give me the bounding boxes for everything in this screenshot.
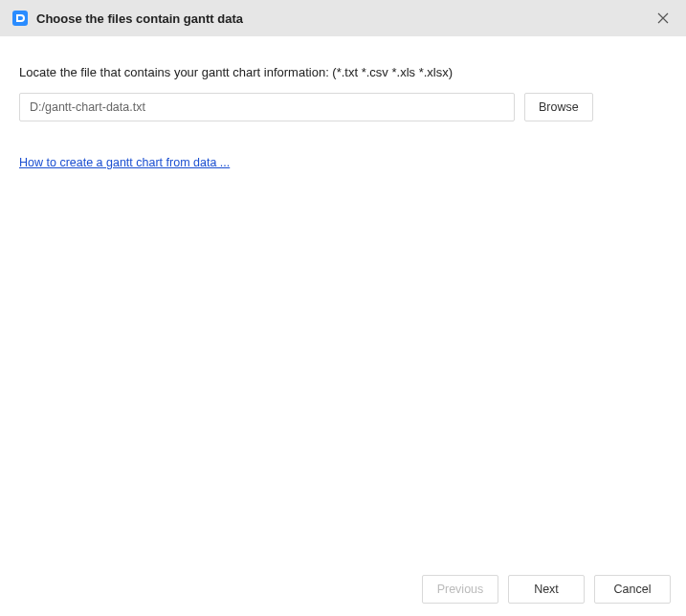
next-button[interactable]: Next — [508, 575, 585, 604]
dialog-title: Choose the files contain gantt data — [36, 11, 652, 26]
titlebar: Choose the files contain gantt data — [0, 0, 686, 36]
instruction-text: Locate the file that contains your gantt… — [19, 65, 667, 79]
dialog-footer: Previous Next Cancel — [0, 562, 686, 616]
browse-button[interactable]: Browse — [524, 93, 593, 121]
file-row: Browse — [19, 93, 667, 121]
cancel-button[interactable]: Cancel — [594, 575, 671, 604]
file-path-input[interactable] — [19, 93, 515, 121]
dialog-content: Locate the file that contains your gantt… — [0, 36, 686, 562]
close-icon[interactable] — [652, 7, 675, 30]
help-link[interactable]: How to create a gantt chart from data ..… — [19, 156, 230, 169]
svg-rect-0 — [12, 11, 28, 26]
previous-button: Previous — [422, 575, 498, 604]
app-icon — [11, 10, 29, 27]
